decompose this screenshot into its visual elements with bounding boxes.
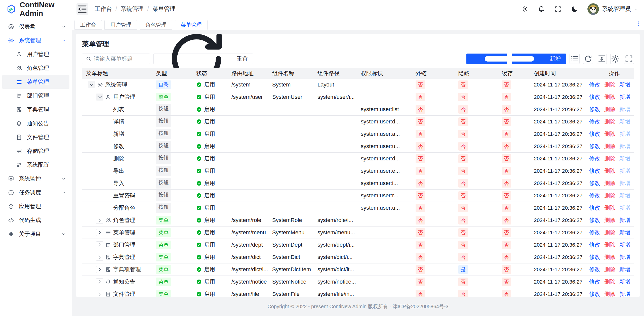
edit-link[interactable]: 修改 xyxy=(589,192,600,199)
sidebar-item-系统配置[interactable]: 系统配置 xyxy=(2,158,69,172)
add-link[interactable]: 新增 xyxy=(619,81,630,88)
delete-link[interactable]: 删除 xyxy=(604,253,615,261)
sidebar-item-文件管理[interactable]: 文件管理 xyxy=(2,130,69,144)
expand-toggle-icon[interactable] xyxy=(96,229,103,236)
breadcrumb-item[interactable]: 系统管理 xyxy=(120,5,144,13)
edit-link[interactable]: 修改 xyxy=(589,266,600,273)
delete-link[interactable]: 删除 xyxy=(604,118,615,125)
breadcrumb-item[interactable]: 工作台 xyxy=(95,5,112,13)
add-link[interactable]: 新增 xyxy=(619,266,630,273)
delete-link[interactable]: 删除 xyxy=(604,266,615,273)
edit-link[interactable]: 修改 xyxy=(589,81,600,88)
sidebar-item-角色管理[interactable]: 角色管理 xyxy=(2,61,69,75)
sidebar-item-用户管理[interactable]: 用户管理 xyxy=(2,48,69,61)
edit-link[interactable]: 修改 xyxy=(589,253,600,261)
edit-link[interactable]: 修改 xyxy=(589,143,600,150)
expand-toggle-icon[interactable] xyxy=(96,278,103,285)
delete-link[interactable]: 删除 xyxy=(604,192,615,199)
sidebar-item-通知公告[interactable]: 通知公告 xyxy=(2,117,69,130)
expand-toggle-icon[interactable] xyxy=(96,217,103,224)
edit-link[interactable]: 修改 xyxy=(589,290,600,297)
expand-toggle-icon[interactable] xyxy=(96,291,103,297)
edit-link[interactable]: 修改 xyxy=(589,130,600,138)
sidebar-item-任务调度[interactable]: 任务调度 xyxy=(2,186,69,199)
tab-more-icon[interactable] xyxy=(635,21,641,27)
bell-icon[interactable] xyxy=(538,5,545,13)
delete-link[interactable]: 删除 xyxy=(604,179,615,187)
sidebar-item-系统管理[interactable]: 系统管理 xyxy=(2,34,69,47)
expand-toggle-icon[interactable] xyxy=(96,266,103,273)
external-tag: 否 xyxy=(416,117,425,126)
line-height-button[interactable] xyxy=(597,54,607,64)
sidebar-item-部门管理[interactable]: 部门管理 xyxy=(2,89,69,103)
expand-toggle-icon[interactable] xyxy=(88,81,95,88)
delete-link[interactable]: 删除 xyxy=(604,106,615,113)
fullscreen-icon[interactable] xyxy=(554,5,562,13)
sidebar-item-应用管理[interactable]: 应用管理 xyxy=(2,200,69,213)
delete-link[interactable]: 删除 xyxy=(604,278,615,286)
add-button[interactable]: 新增 xyxy=(466,54,566,64)
delete-link[interactable]: 删除 xyxy=(604,81,615,88)
edit-link[interactable]: 修改 xyxy=(589,204,600,212)
add-link[interactable]: 新增 xyxy=(619,253,630,261)
sidebar-item-仪表盘[interactable]: 仪表盘 xyxy=(2,20,69,33)
add-link[interactable]: 新增 xyxy=(619,290,630,297)
delete-link[interactable]: 删除 xyxy=(604,93,615,101)
logo[interactable]: ContiNew Admin xyxy=(0,0,72,18)
sidebar-item-关于项目[interactable]: 关于项目 xyxy=(2,227,69,241)
settings-icon[interactable] xyxy=(521,5,529,13)
edit-link[interactable]: 修改 xyxy=(589,93,600,101)
edit-link[interactable]: 修改 xyxy=(589,216,600,224)
created-time: 2024-11-17 20:36:27 xyxy=(531,180,589,186)
edit-link[interactable]: 修改 xyxy=(589,118,600,125)
add-link[interactable]: 新增 xyxy=(619,241,630,249)
expand-toggle-icon[interactable] xyxy=(96,254,103,261)
delete-link[interactable]: 删除 xyxy=(604,130,615,138)
delete-link[interactable]: 删除 xyxy=(604,216,615,224)
edit-link[interactable]: 修改 xyxy=(589,241,600,249)
edit-link[interactable]: 修改 xyxy=(589,167,600,175)
delete-link[interactable]: 删除 xyxy=(604,241,615,249)
main-region: 工作台 / 系统管理 / 菜单管理 系统管理员 xyxy=(72,0,644,316)
add-link[interactable]: 新增 xyxy=(619,229,630,236)
cache-tag: 否 xyxy=(502,191,511,200)
add-link[interactable]: 新增 xyxy=(619,216,630,224)
expand-toggle-icon[interactable] xyxy=(96,241,103,248)
delete-link[interactable]: 删除 xyxy=(604,155,615,162)
edit-link[interactable]: 修改 xyxy=(589,106,600,113)
type-badge: 菜单 xyxy=(156,265,171,274)
sidebar-item-菜单管理[interactable]: 菜单管理 xyxy=(2,75,69,89)
edit-link[interactable]: 修改 xyxy=(589,229,600,236)
user-menu[interactable]: 系统管理员 xyxy=(587,3,638,15)
refresh-button[interactable] xyxy=(583,54,593,64)
delete-link[interactable]: 删除 xyxy=(604,167,615,175)
reset-button[interactable]: 重置 xyxy=(153,54,253,64)
search-input[interactable] xyxy=(94,56,146,62)
col-actions: 操作 xyxy=(589,70,634,77)
fullscreen-button[interactable] xyxy=(624,54,634,64)
delete-link[interactable]: 删除 xyxy=(604,143,615,150)
status: 启用 xyxy=(193,216,228,224)
edit-link[interactable]: 修改 xyxy=(589,155,600,162)
tab-工作台[interactable]: 工作台 xyxy=(74,20,102,30)
check-circle-icon xyxy=(196,168,202,174)
sidebar-item-存储管理[interactable]: 存储管理 xyxy=(2,144,69,158)
dark-mode-moon-icon[interactable] xyxy=(571,5,578,13)
sidebar-item-代码生成[interactable]: 代码生成 xyxy=(2,213,69,227)
delete-link[interactable]: 删除 xyxy=(604,204,615,212)
delete-link[interactable]: 删除 xyxy=(604,290,615,297)
tab-菜单管理[interactable]: 菜单管理 xyxy=(175,20,208,30)
settings-button[interactable] xyxy=(610,54,620,64)
tab-用户管理[interactable]: 用户管理 xyxy=(104,20,137,30)
expand-toggle-icon[interactable] xyxy=(96,94,103,101)
edit-link[interactable]: 修改 xyxy=(589,179,600,187)
edit-link[interactable]: 修改 xyxy=(589,278,600,286)
list-button[interactable] xyxy=(570,54,580,64)
delete-link[interactable]: 删除 xyxy=(604,229,615,236)
add-link[interactable]: 新增 xyxy=(619,278,630,286)
add-link[interactable]: 新增 xyxy=(619,93,630,101)
sidebar-item-字典管理[interactable]: 字典管理 xyxy=(2,103,69,116)
menu-fold-button[interactable] xyxy=(76,3,88,15)
sidebar-item-系统监控[interactable]: 系统监控 xyxy=(2,172,69,186)
tab-角色管理[interactable]: 角色管理 xyxy=(140,20,172,30)
